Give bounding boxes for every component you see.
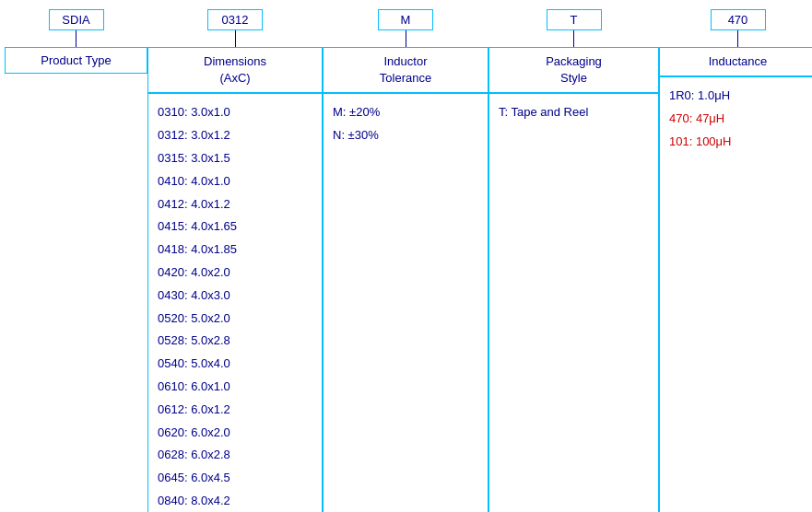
list-item: 1R0: 1.0μH: [669, 85, 806, 108]
column-dimensions: 0312 Dimensions(AxC) 0310: 3.0x1.00312: …: [147, 9, 323, 512]
column-inductance: 470 Inductance 1R0: 1.0μH470: 47μH101: 1…: [659, 9, 812, 512]
page-container: SDIA Product Type 0312 Dimensions(AxC) 0…: [0, 0, 812, 512]
inductance-header: Inductance: [659, 47, 812, 76]
packaging-header: PackagingStyle: [488, 47, 659, 93]
column-packaging: T PackagingStyle T: Tape and Reel: [488, 9, 659, 512]
tolerance-code-box: M: [378, 9, 433, 30]
column-tolerance: M InductorTolerance M: ±20%N: ±30%: [323, 9, 488, 512]
tolerance-top-section: M InductorTolerance: [323, 9, 488, 93]
dimensions-content: 0310: 3.0x1.00312: 3.0x1.20315: 3.0x1.50…: [147, 93, 323, 512]
list-item: 0412: 4.0x1.2: [158, 193, 312, 216]
dimensions-top-section: 0312 Dimensions(AxC): [147, 9, 323, 93]
list-item: 0840: 8.0x4.2: [158, 490, 312, 512]
product-connector: [76, 30, 76, 47]
dimensions-connector: [235, 30, 236, 47]
tolerance-connector: [406, 30, 406, 47]
list-item: 0418: 4.0x1.85: [158, 239, 312, 262]
column-product: SDIA Product Type: [5, 9, 147, 512]
list-item: 0315: 3.0x1.5: [158, 147, 312, 170]
list-item: 0628: 6.0x2.8: [158, 444, 312, 467]
list-item: 0312: 3.0x1.2: [158, 124, 312, 147]
tolerance-content: M: ±20%N: ±30%: [323, 93, 488, 512]
inductance-top-section: 470 Inductance: [659, 9, 812, 76]
list-item: 0410: 4.0x1.0: [158, 170, 312, 193]
inductance-connector: [737, 30, 738, 47]
list-item: 101: 100μH: [669, 131, 806, 154]
packaging-connector: [573, 30, 574, 47]
list-item: M: ±20%: [333, 101, 478, 124]
list-item: 0310: 3.0x1.0: [158, 101, 312, 124]
list-item: T: Tape and Reel: [499, 101, 649, 124]
list-item: 0430: 4.0x3.0: [158, 285, 312, 308]
product-header: Product Type: [5, 47, 147, 74]
packaging-code-box: T: [547, 9, 602, 30]
packaging-top-section: T PackagingStyle: [488, 9, 659, 93]
list-item: 0620: 6.0x2.0: [158, 422, 312, 445]
packaging-content: T: Tape and Reel: [488, 93, 659, 512]
dimensions-header: Dimensions(AxC): [147, 47, 323, 93]
product-top-section: SDIA Product Type: [5, 9, 147, 74]
list-item: 0520: 5.0x2.0: [158, 308, 312, 331]
list-item: 0528: 5.0x2.8: [158, 330, 312, 353]
dimensions-code-box: 0312: [207, 9, 263, 30]
list-item: N: ±30%: [333, 124, 478, 147]
tolerance-header: InductorTolerance: [323, 47, 488, 93]
product-code-box: SDIA: [49, 9, 104, 30]
inductance-code-box: 470: [711, 9, 766, 30]
list-item: 0420: 4.0x2.0: [158, 262, 312, 285]
inductance-content: 1R0: 1.0μH470: 47μH101: 100μH: [659, 76, 812, 512]
list-item: 0540: 5.0x4.0: [158, 353, 312, 376]
list-item: 0612: 6.0x1.2: [158, 399, 312, 422]
list-item: 0610: 6.0x1.0: [158, 376, 312, 399]
list-item: 0415: 4.0x1.65: [158, 215, 312, 239]
list-item: 0645: 6.0x4.5: [158, 467, 312, 490]
list-item: 470: 47μH: [669, 108, 806, 131]
